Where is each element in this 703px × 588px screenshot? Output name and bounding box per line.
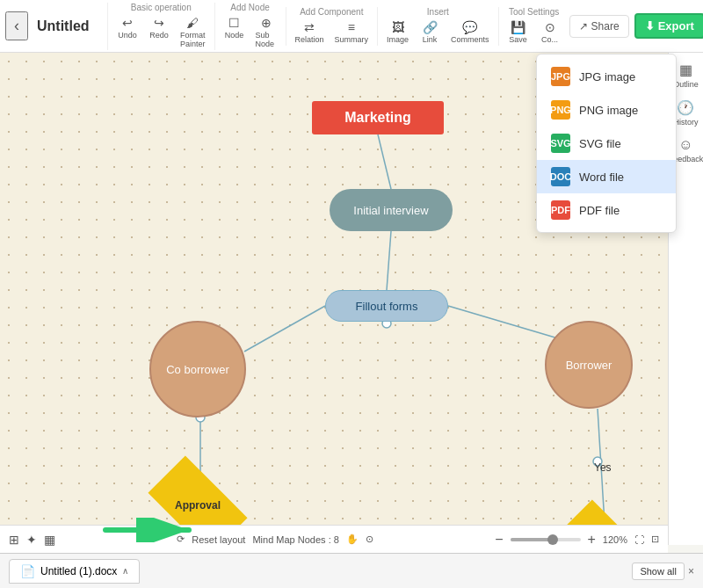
redo-button[interactable]: ↪ Redo bbox=[145, 14, 173, 50]
format-painter-label: Format Painter bbox=[180, 31, 206, 48]
yes-label: Yes bbox=[594, 461, 612, 474]
mind-map-nodes-label: Mind Map Nodes : 8 bbox=[252, 534, 338, 545]
fillout-forms-label: Fillout forms bbox=[356, 300, 418, 313]
toolbar-group-insert: Insert 🖼 Image 🔗 Link 💬 Comments bbox=[377, 7, 498, 46]
star-icon: ✦ bbox=[26, 533, 37, 547]
format-painter-button[interactable]: 🖌 Format Painter bbox=[177, 14, 209, 50]
basic-buttons: ↩ Undo ↪ Redo 🖌 Format Painter bbox=[113, 14, 209, 50]
jpg-icon: JPG bbox=[551, 67, 570, 86]
save-button[interactable]: 💾 Save bbox=[504, 18, 533, 46]
close-file-button[interactable]: × bbox=[688, 565, 694, 577]
back-button[interactable]: ‹ bbox=[5, 11, 28, 40]
fillout-forms-node[interactable]: Fillout forms bbox=[325, 290, 448, 322]
toolbar-group-toolsettings-label: Tool Settings bbox=[509, 7, 559, 17]
zoom-percent: 120% bbox=[603, 534, 627, 545]
word-label: Word file bbox=[579, 171, 624, 184]
history-label: History bbox=[673, 118, 698, 127]
image-icon: 🖼 bbox=[392, 20, 404, 34]
format-painter-icon: 🖌 bbox=[186, 16, 199, 30]
node-icon: ☐ bbox=[228, 16, 240, 30]
comments-button[interactable]: 💬 Comments bbox=[447, 18, 493, 46]
summary-button[interactable]: ≡ Summary bbox=[331, 18, 373, 46]
borrower-label: Borrower bbox=[566, 359, 612, 372]
summary-icon: ≡ bbox=[348, 20, 355, 34]
redo-icon: ↪ bbox=[154, 16, 164, 30]
toolbar-group-toolsettings: Tool Settings 💾 Save ⊙ Co... bbox=[498, 7, 569, 46]
subnode-icon: ⊕ bbox=[261, 16, 272, 30]
history-icon: 🕐 bbox=[677, 99, 694, 116]
export-dropdown: JPG JPG image PNG PNG image SVG SVG file… bbox=[536, 54, 677, 233]
pdf-icon: PDF bbox=[551, 200, 570, 220]
comments-label: Comments bbox=[451, 35, 489, 44]
borrower-node[interactable]: Borrower bbox=[545, 321, 633, 409]
share-icon: ↗ bbox=[579, 20, 588, 33]
toolsettings-buttons: 💾 Save ⊙ Co... bbox=[504, 18, 564, 46]
co-borrower-label: Co borrower bbox=[166, 363, 229, 376]
svg-line-1 bbox=[387, 231, 391, 290]
toolbar-group-addnode-label: Add Node bbox=[230, 3, 269, 12]
relation-button[interactable]: ⇄ Relation bbox=[292, 18, 328, 46]
toolbar-group-basic: Basic operation ↩ Undo ↪ Redo 🖌 Format P… bbox=[107, 3, 214, 50]
export-jpg-item[interactable]: JPG JPG image bbox=[537, 60, 676, 93]
word-icon: DOC bbox=[551, 167, 570, 186]
svg-icon: SVG bbox=[551, 134, 570, 153]
history-panel-item[interactable]: 🕐 History bbox=[673, 99, 698, 127]
link-button[interactable]: 🔗 Link bbox=[416, 18, 444, 46]
undo-icon: ↩ bbox=[122, 16, 133, 30]
image-button[interactable]: 🖼 Image bbox=[383, 18, 412, 46]
node-label: Node bbox=[225, 31, 244, 40]
grid-icon: ⊞ bbox=[9, 533, 19, 547]
subnode-button[interactable]: ⊕ Sub Node bbox=[252, 14, 280, 50]
export-pdf-item[interactable]: PDF PDF file bbox=[537, 193, 676, 227]
initial-interview-label: Initial interview bbox=[353, 204, 428, 217]
zoom-slider[interactable] bbox=[511, 538, 581, 541]
file-tab-name: Untitled (1).docx bbox=[40, 565, 117, 577]
toolbar-group-addnode: Add Node ☐ Node ⊕ Sub Node bbox=[214, 3, 286, 50]
toolbar-group-basic-label: Basic operation bbox=[131, 3, 192, 12]
svg-line-2 bbox=[244, 306, 325, 352]
initial-interview-node[interactable]: Initial interview bbox=[330, 189, 453, 231]
show-all-button[interactable]: Show all bbox=[632, 563, 685, 580]
share-button[interactable]: ↗ Share bbox=[569, 15, 629, 38]
approval-left-label: Approval bbox=[175, 499, 221, 512]
fit-screen-icon[interactable]: ⛶ bbox=[634, 534, 644, 545]
toolbar-group-addcomponent: Add Component ⇄ Relation ≡ Summary bbox=[286, 7, 378, 46]
feedback-icon: ☺ bbox=[678, 137, 692, 153]
svg-line-0 bbox=[378, 134, 391, 189]
undo-button[interactable]: ↩ Undo bbox=[113, 14, 141, 50]
pdf-label: PDF file bbox=[579, 204, 620, 217]
export-svg-item[interactable]: SVG SVG file bbox=[537, 127, 676, 160]
file-bar: 📄 Untitled (1).docx ∧ Show all × bbox=[0, 553, 703, 588]
relation-icon: ⇄ bbox=[304, 20, 315, 34]
copy-button[interactable]: ⊙ Co... bbox=[536, 18, 564, 46]
png-label: PNG image bbox=[579, 104, 638, 117]
zoom-minus[interactable]: − bbox=[495, 532, 503, 548]
co-borrower-node[interactable]: Co borrower bbox=[149, 321, 246, 417]
file-tab[interactable]: 📄 Untitled (1).docx ∧ bbox=[9, 559, 140, 584]
file-tab-expand[interactable]: ∧ bbox=[122, 566, 128, 576]
marketing-node[interactable]: Marketing bbox=[312, 101, 444, 134]
comments-icon: 💬 bbox=[462, 20, 477, 34]
node-button[interactable]: ☐ Node bbox=[221, 14, 249, 50]
export-word-item[interactable]: DOC Word file bbox=[537, 160, 676, 193]
outline-icon: ▦ bbox=[679, 62, 692, 78]
toolbar: ‹ Untitled Basic operation ↩ Undo ↪ Redo… bbox=[0, 0, 703, 53]
share-label: Share bbox=[591, 20, 620, 33]
fullscreen-icon[interactable]: ⊡ bbox=[651, 534, 659, 545]
copy-icon: ⊙ bbox=[545, 20, 555, 34]
outline-panel-item[interactable]: ▦ Outline bbox=[673, 62, 699, 89]
save-icon: 💾 bbox=[511, 20, 525, 34]
target-icon: ⊙ bbox=[366, 534, 373, 545]
export-button[interactable]: ⬇ Export bbox=[634, 13, 703, 39]
addnode-buttons: ☐ Node ⊕ Sub Node bbox=[221, 14, 280, 50]
svg-label: SVG file bbox=[579, 137, 621, 150]
table-icon: ▦ bbox=[44, 533, 55, 547]
zoom-plus[interactable]: + bbox=[588, 532, 596, 548]
toolbar-group-addcomponent-label: Add Component bbox=[300, 7, 363, 17]
link-label: Link bbox=[423, 35, 438, 44]
link-icon: 🔗 bbox=[423, 20, 438, 34]
export-png-item[interactable]: PNG PNG image bbox=[537, 93, 676, 127]
marketing-label: Marketing bbox=[344, 110, 411, 126]
insert-buttons: 🖼 Image 🔗 Link 💬 Comments bbox=[383, 18, 493, 46]
export-icon: ⬇ bbox=[645, 19, 655, 33]
